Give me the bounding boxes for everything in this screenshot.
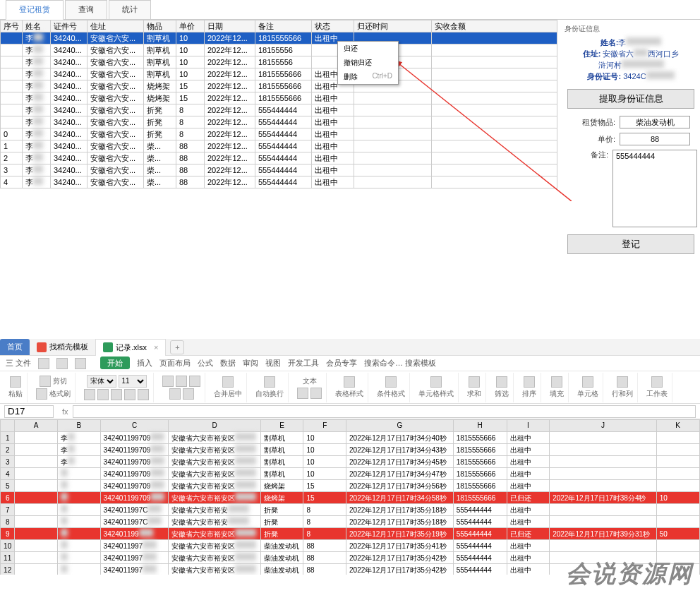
watermark: 会说资源网 — [566, 558, 693, 590]
ribbon-tab[interactable]: 搜索命令… 搜索模板 — [364, 359, 436, 367]
size-select[interactable]: 11 — [119, 375, 147, 388]
close-icon[interactable]: × — [154, 343, 158, 352]
tab-register[interactable]: 登记租赁 — [6, 0, 64, 20]
underline-icon[interactable] — [111, 389, 122, 400]
merge-icon[interactable] — [222, 376, 234, 388]
ribbon-tab[interactable]: 公式 — [198, 359, 213, 367]
grid-header: 序号姓名证件号住址物品单价日期备注状态归还时间实收金额 — [1, 20, 557, 32]
sheet-row[interactable]: 73424011997C安徽省六安市裕安折凳82022年12月17日17时35分… — [1, 504, 700, 516]
sort-icon[interactable] — [524, 376, 535, 388]
redo-icon[interactable] — [75, 358, 86, 369]
context-menu: 归还 撤销归还 删除Ctrl+D — [337, 41, 399, 85]
ribbon-tab[interactable]: 视图 — [265, 359, 281, 367]
wps-home-tab[interactable]: 首页 — [0, 339, 30, 355]
price-label: 单价: — [572, 134, 615, 145]
wps-icon — [37, 342, 47, 352]
rowcol-icon[interactable] — [617, 376, 628, 388]
grid-row[interactable]: 李34240...安徽省六安...折凳82022年12...555444444出… — [1, 116, 557, 128]
remark-label: 备注: — [565, 150, 608, 160]
align-left-icon[interactable] — [162, 376, 174, 387]
fill-icon[interactable] — [551, 376, 562, 388]
ctx-return[interactable]: 归还 — [338, 42, 398, 56]
sheet-row[interactable]: 1李342401199709安徽省六安市裕安区割草机102022年12月17日1… — [1, 432, 700, 444]
sum-icon[interactable] — [469, 376, 480, 388]
formula-input[interactable] — [73, 405, 696, 418]
grid-row[interactable]: 3李34240...安徽省六安...柴...882022年12...555444… — [1, 164, 557, 176]
sheet-row[interactable]: 5342401199709安徽省六安市裕安区烧烤架152022年12月17日17… — [1, 480, 700, 492]
ribbon-tab[interactable]: 插入 — [137, 359, 152, 367]
sheet-row[interactable]: 3李342401199709安徽省六安市裕安区割草机102022年12月17日1… — [1, 456, 700, 468]
cell-style-icon[interactable] — [430, 376, 442, 388]
wps-template-tab[interactable]: 找稻壳模板 — [30, 339, 95, 355]
bold-icon[interactable] — [84, 389, 95, 400]
sheet-row[interactable]: 103424011997安徽省六安市裕安区柴油发动机882022年12月17日1… — [1, 540, 700, 552]
grid-row[interactable]: 0李34240...安徽省六安...折凳82022年12...555444444… — [1, 128, 557, 140]
sheet-row[interactable]: 2李342401199709安徽省六安市裕安区割草机102022年12月17日1… — [1, 444, 700, 456]
data-grid[interactable]: 序号姓名证件号住址物品单价日期备注状态归还时间实收金额 李34240...安徽省… — [0, 20, 557, 337]
side-title: 身份证信息 — [565, 24, 697, 34]
ribbon-tab[interactable]: 开发工具 — [288, 359, 319, 367]
ribbon-tab[interactable]: 审阅 — [243, 359, 258, 367]
wps-doc-tab[interactable]: 记录.xlsx× — [95, 339, 166, 356]
price-input[interactable] — [620, 133, 690, 145]
formula-bar: fx — [0, 404, 700, 419]
tab-query[interactable]: 查询 — [65, 0, 107, 19]
fill-color-icon[interactable] — [124, 389, 135, 400]
grid-row[interactable]: 李34240...安徽省六安...割草机102022年12...18155556 — [1, 44, 557, 56]
sheet-grid[interactable]: ABCDEFGHIJK 1李342401199709安徽省六安市裕安区割草机10… — [0, 419, 700, 575]
grid-row[interactable]: 李34240...安徽省六安...割草机102022年12...18155555… — [1, 32, 557, 44]
fx-icon[interactable]: fx — [62, 407, 68, 416]
grid-row[interactable]: 李34240...安徽省六安...折凳82022年12...555444444出… — [1, 104, 557, 116]
paste-icon[interactable] — [10, 376, 21, 388]
cut-icon[interactable] — [40, 376, 51, 387]
grid-row[interactable]: 4李34240...安徽省六安...柴...882022年12...555444… — [1, 176, 557, 188]
item-input[interactable] — [620, 116, 690, 128]
indent-icon[interactable] — [183, 388, 194, 400]
grid-row[interactable]: 李34240...安徽省六安...割草机102022年12...18155556… — [1, 68, 557, 80]
sheet-row[interactable]: 9342401199安徽省六安市裕安区折凳82022年12月17日17时35分1… — [1, 528, 700, 540]
tab-stats[interactable]: 统计 — [109, 0, 151, 19]
extract-id-button[interactable]: 提取身份证信息 — [567, 89, 694, 109]
file-menu[interactable]: 三 文件 — [6, 358, 31, 369]
currency-icon[interactable] — [297, 388, 308, 399]
cfmt-icon[interactable] — [344, 376, 355, 388]
remark-input[interactable]: 555444444 — [612, 150, 697, 227]
wps-spreadsheet: 首页 找稻壳模板 记录.xlsx× + 三 文件 开始插入页面布局公式数据审阅视… — [0, 339, 700, 593]
font-select[interactable]: 宋体 — [87, 375, 116, 388]
copy-icon[interactable] — [36, 388, 47, 400]
id-info: 姓名:李 住址: 安徽省六西河口乡 浒河村 身份证号: 3424C — [565, 37, 697, 82]
ribbon-tab[interactable]: 开始 — [100, 357, 130, 369]
new-tab-button[interactable]: + — [170, 340, 184, 354]
item-label: 租赁物品: — [572, 117, 615, 128]
font-color-icon[interactable] — [138, 389, 149, 400]
undo-icon[interactable] — [56, 358, 68, 369]
grid-row[interactable]: 李34240...安徽省六安...烧烤架152022年12...18155556… — [1, 92, 557, 104]
sheet-row[interactable]: 83424011997C安徽省六安市裕安折凳82022年12月17日17时35分… — [1, 516, 700, 528]
save-icon[interactable] — [38, 358, 49, 369]
ribbon-tab[interactable]: 页面布局 — [159, 359, 191, 367]
ribbon-tab[interactable]: 数据 — [220, 359, 236, 367]
ctx-undo-return[interactable]: 撤销归还 — [338, 56, 398, 70]
grid-row[interactable]: 2李34240...安徽省六安...柴...882022年12...555444… — [1, 152, 557, 164]
cell-ref-input[interactable] — [4, 405, 54, 418]
worksheet-icon[interactable] — [651, 376, 663, 388]
grid-row[interactable]: 1李34240...安徽省六安...柴...882022年12...555444… — [1, 140, 557, 152]
align-center-icon[interactable] — [176, 376, 187, 387]
ctx-delete[interactable]: 删除Ctrl+D — [338, 70, 398, 84]
wrap-icon[interactable] — [264, 376, 275, 388]
ribbon-toolbar: 粘贴 剪切格式刷 宋体11 合并居中 自动换行 文本 表格样式 条件格式 单元格… — [0, 371, 700, 404]
percent-icon[interactable] — [310, 388, 322, 399]
grid-row[interactable]: 李34240...安徽省六安...烧烤架152022年12...18155556… — [1, 80, 557, 92]
cell-icon[interactable] — [582, 376, 593, 388]
cond-fmt-icon[interactable] — [385, 376, 397, 388]
valign-icon[interactable] — [169, 388, 181, 400]
filter-icon[interactable] — [496, 376, 507, 388]
sheet-row[interactable]: 6342401199709安徽省六安市裕安区烧烤架152022年12月17日17… — [1, 492, 700, 504]
align-right-icon[interactable] — [189, 376, 200, 387]
register-button[interactable]: 登记 — [567, 234, 694, 254]
italic-icon[interactable] — [97, 389, 109, 400]
sheet-row[interactable]: 4342401199709安徽省六安市裕安区割草机102022年12月17日17… — [1, 468, 700, 480]
ribbon-tabs: 三 文件 开始插入页面布局公式数据审阅视图开发工具会员专享搜索命令… 搜索模板 — [0, 356, 700, 371]
ribbon-tab[interactable]: 会员专享 — [326, 359, 357, 367]
grid-row[interactable]: 李34240...安徽省六安...割草机102022年12...18155556 — [1, 56, 557, 68]
